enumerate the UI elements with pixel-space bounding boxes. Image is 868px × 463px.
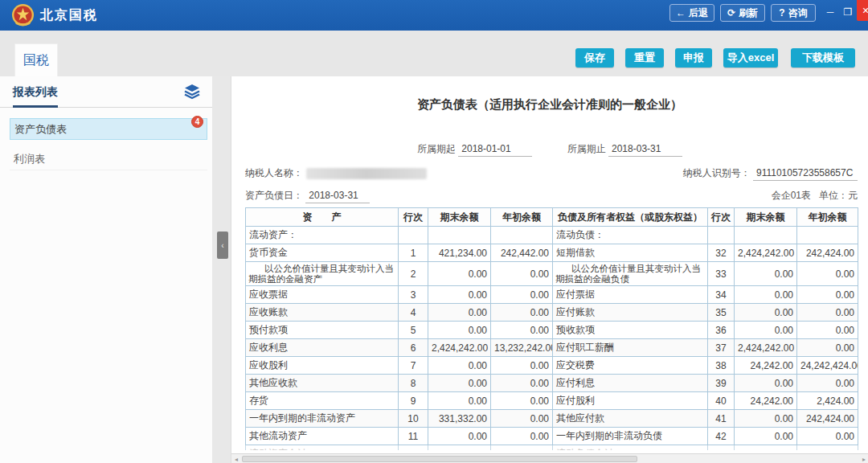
amount-cell[interactable]: 2,424,242.00 <box>735 339 797 357</box>
table-row: 以公允价值计量且其变动计入当期损益的金融资产20.000.00以公允价值计量且其… <box>246 262 858 286</box>
amount-cell[interactable]: 0.00 <box>797 262 858 286</box>
sidebar-item-label: 资产负债表 <box>14 122 67 137</box>
amount-cell[interactable] <box>491 227 553 244</box>
restore-button[interactable]: ❐ <box>841 6 855 18</box>
amount-cell[interactable]: 0.00 <box>428 322 491 339</box>
declare-button[interactable]: 申报 <box>675 48 712 68</box>
amount-cell <box>735 445 797 451</box>
sidebar-header: 报表列表 <box>0 76 212 108</box>
reset-button[interactable]: 重置 <box>625 48 664 68</box>
app-title: 北京国税 <box>40 7 98 24</box>
tab-strip: 国税 保存 重置 申报 导入excel 下载模板 <box>0 31 868 76</box>
refresh-button[interactable]: ⟳ 刷新 <box>720 4 765 22</box>
amount-cell[interactable]: 0.00 <box>491 410 553 428</box>
amount-cell[interactable]: 2,424,242.00 <box>428 339 491 357</box>
line-number-cell: 37 <box>708 339 735 357</box>
amount-cell[interactable] <box>428 227 491 244</box>
line-number-cell <box>708 445 735 451</box>
amount-cell[interactable]: 0.00 <box>491 262 553 286</box>
sidebar-item-label: 利润表 <box>14 152 45 166</box>
label-cell: 应收股利 <box>246 357 399 375</box>
amount-cell[interactable]: 242,424.00 <box>797 410 858 428</box>
amount-cell[interactable]: 421,234.00 <box>428 244 491 262</box>
table-row: 应收利息62,424,242.0013,232,242.00应付职工薪酬372,… <box>246 339 858 357</box>
amount-cell[interactable]: 0.00 <box>428 286 491 304</box>
main-panel: 资产负债表（适用执行企业会计准则的一般企业） 所属期起 2018-01-01 所… <box>231 76 868 463</box>
balance-date-input[interactable]: 2018-03-31 <box>305 190 370 203</box>
amount-cell[interactable]: 0.00 <box>491 392 553 410</box>
amount-cell[interactable]: 0.00 <box>735 322 797 339</box>
amount-cell[interactable]: 242,424.00 <box>797 244 858 262</box>
horizontal-scrollbar[interactable]: ◂ ▸ <box>231 453 868 463</box>
amount-cell[interactable] <box>797 227 858 244</box>
amount-cell[interactable]: 2,424,242.00 <box>735 244 797 262</box>
column-header: 年初余额 <box>797 208 858 227</box>
period-end-input[interactable]: 2018-03-31 <box>608 143 682 157</box>
amount-cell[interactable]: 0.00 <box>735 410 797 428</box>
table-row: 存货90.000.00应付股利4024,242.002,424.00 <box>246 392 858 410</box>
amount-cell[interactable]: 0.00 <box>491 286 553 304</box>
amount-cell[interactable]: 0.00 <box>797 286 858 304</box>
amount-cell[interactable]: 13,232,242.00 <box>491 339 553 357</box>
amount-cell[interactable]: 0.00 <box>735 262 797 286</box>
line-number-cell: 41 <box>708 410 735 428</box>
amount-cell[interactable]: 0.00 <box>428 375 491 392</box>
sidebar-item-balance-sheet[interactable]: 资产负债表 4 <box>10 118 207 140</box>
amount-cell[interactable]: 242,442.00 <box>491 244 553 262</box>
amount-cell[interactable]: 0.00 <box>428 428 491 445</box>
amount-cell[interactable]: 0.00 <box>735 304 797 322</box>
amount-cell[interactable]: 0.00 <box>491 322 553 339</box>
amount-cell[interactable]: 331,332.00 <box>428 410 491 428</box>
column-header: 期末余额 <box>428 208 491 227</box>
help-button[interactable]: ? 咨询 <box>771 4 816 22</box>
amount-cell[interactable]: 0.00 <box>491 357 553 375</box>
amount-cell[interactable]: 24,242,424.00 <box>797 357 858 375</box>
download-template-button[interactable]: 下载模板 <box>791 48 855 68</box>
layers-icon[interactable] <box>183 84 201 100</box>
minimize-button[interactable]: ─ <box>823 6 837 18</box>
column-header: 年初余额 <box>491 208 553 227</box>
table-row: 应收票据30.000.00应付票据340.000.00 <box>246 286 858 304</box>
amount-cell[interactable]: 0.00 <box>428 357 491 375</box>
amount-cell[interactable]: 0.00 <box>735 428 797 445</box>
sidebar-collapse-handle[interactable]: ‹ <box>217 232 228 259</box>
taxpayer-id-label: 纳税人识别号： <box>683 167 751 178</box>
save-button[interactable]: 保存 <box>575 48 614 68</box>
scrollbar-thumb[interactable] <box>242 456 637 462</box>
scroll-left-arrow-icon[interactable]: ◂ <box>232 455 240 463</box>
amount-cell[interactable]: 0.00 <box>797 375 858 392</box>
amount-cell[interactable]: 0.00 <box>797 428 858 445</box>
amount-cell[interactable]: 24,242.00 <box>735 357 797 375</box>
label-cell: 预收款项 <box>553 322 708 339</box>
amount-cell[interactable]: 0.00 <box>735 286 797 304</box>
line-number-cell: 42 <box>708 428 735 445</box>
period-row: 所属期起 2018-01-01 所属期止 2018-03-31 <box>231 142 868 157</box>
period-start-input[interactable]: 2018-01-01 <box>458 143 532 157</box>
tab-guoshui[interactable]: 国税 <box>14 43 58 76</box>
amount-cell <box>491 445 553 451</box>
amount-cell[interactable]: 24,242.00 <box>735 392 797 410</box>
amount-cell[interactable] <box>735 227 797 244</box>
amount-cell[interactable]: 0.00 <box>491 375 553 392</box>
label-cell: 应收利息 <box>246 339 399 357</box>
back-button[interactable]: ← 后退 <box>669 4 714 22</box>
amount-cell[interactable]: 0.00 <box>491 428 553 445</box>
line-number-cell: 6 <box>399 339 428 357</box>
amount-cell[interactable]: 0.00 <box>797 339 858 357</box>
amount-cell[interactable]: 2,424.00 <box>797 392 858 410</box>
amount-cell[interactable]: 0.00 <box>797 322 858 339</box>
amount-cell[interactable]: 0.00 <box>428 304 491 322</box>
amount-cell[interactable]: 0.00 <box>428 262 491 286</box>
scroll-right-arrow-icon[interactable]: ▸ <box>860 455 868 463</box>
line-number-cell: 35 <box>708 304 735 322</box>
amount-cell[interactable]: 0.00 <box>735 375 797 392</box>
amount-cell[interactable]: 0.00 <box>491 304 553 322</box>
close-button[interactable]: ✕ <box>857 0 868 21</box>
import-excel-button[interactable]: 导入excel <box>723 48 778 68</box>
label-cell: 以公允价值计量且其变动计入当期损益的金融资产 <box>246 262 399 286</box>
amount-cell[interactable]: 0.00 <box>428 392 491 410</box>
taxpayer-name-redacted <box>306 168 427 179</box>
amount-cell[interactable]: 0.00 <box>797 304 858 322</box>
balance-date-label: 资产负债日： <box>245 190 303 201</box>
sidebar-item-income-statement[interactable]: 利润表 <box>10 148 207 170</box>
